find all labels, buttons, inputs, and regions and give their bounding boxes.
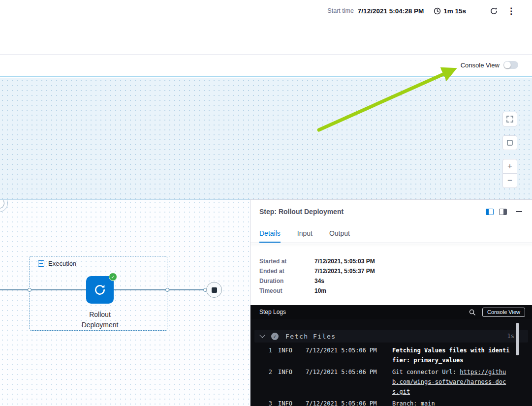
edge-port bbox=[28, 288, 31, 292]
log-level: INFO bbox=[278, 367, 300, 397]
step-logs-title: Step Logs bbox=[259, 309, 462, 315]
fit-to-screen-button[interactable] bbox=[502, 135, 517, 150]
kebab-icon: ⋮ bbox=[507, 7, 515, 15]
pipeline-canvas-upper[interactable]: + − bbox=[0, 78, 532, 199]
elapsed-value: 1m 15s bbox=[443, 7, 466, 15]
detail-row: Timeout 10m bbox=[259, 286, 532, 296]
tab-output[interactable]: Output bbox=[329, 224, 350, 243]
toggle-knob bbox=[504, 62, 511, 68]
log-message-prefix: Git connector Url: bbox=[392, 369, 460, 375]
log-level: INFO bbox=[278, 399, 300, 406]
console-view-group: Console View bbox=[461, 61, 518, 69]
start-time-value: 7/12/2021 5:04:28 PM bbox=[358, 7, 424, 15]
detail-label: Timeout bbox=[259, 286, 314, 296]
detail-row: Started at 7/12/2021, 5:05:03 PM bbox=[259, 256, 532, 266]
console-view-toggle[interactable] bbox=[503, 61, 518, 69]
detail-label: Ended at bbox=[259, 266, 314, 276]
log-line: 2 INFO 7/12/2021 5:05:06 PM Git connecto… bbox=[250, 367, 532, 397]
logs-scrollbar-thumb[interactable] bbox=[516, 323, 519, 355]
collapse-group-icon[interactable] bbox=[38, 260, 44, 267]
detail-row: Duration 34s bbox=[259, 276, 532, 286]
fullscreen-button[interactable] bbox=[502, 112, 517, 126]
start-time-label: Start time bbox=[327, 7, 354, 14]
detail-value: 7/12/2021, 5:05:37 PM bbox=[314, 266, 375, 276]
execution-meta: Start time 7/12/2021 5:04:28 PM 1m 15s ⋮ bbox=[327, 4, 515, 17]
view-toolbar: Console View bbox=[0, 54, 532, 77]
success-badge: ✓ bbox=[109, 273, 117, 281]
refresh-button[interactable] bbox=[490, 7, 498, 15]
check-icon: ✓ bbox=[111, 275, 115, 280]
log-level: INFO bbox=[278, 345, 300, 365]
more-options-button[interactable]: ⋮ bbox=[507, 7, 515, 15]
pipeline-canvas-stage[interactable]: Execution ✓ Rollout Deployment bbox=[0, 199, 250, 406]
logs-console-view-button[interactable]: Console View bbox=[482, 308, 525, 317]
elapsed-duration: 1m 15s bbox=[434, 7, 466, 15]
rollout-icon bbox=[94, 283, 106, 296]
zoom-out-button[interactable]: − bbox=[502, 173, 517, 188]
tab-input[interactable]: Input bbox=[297, 224, 313, 243]
log-timestamp: 7/12/2021 5:05:06 PM bbox=[306, 367, 386, 397]
step-logs-header: Step Logs Console View bbox=[250, 305, 532, 319]
bottom-split: Execution ✓ Rollout Deployment bbox=[0, 199, 532, 406]
detail-row: Ended at 7/12/2021, 5:05:37 PM bbox=[259, 266, 532, 276]
execution-group-label: Execution bbox=[48, 260, 76, 267]
console-view-label: Console View bbox=[461, 62, 500, 69]
panel-layout-controls bbox=[486, 209, 507, 215]
clock-icon bbox=[434, 7, 441, 15]
detail-value: 10m bbox=[314, 286, 326, 296]
log-line-number: 1 bbox=[258, 345, 272, 365]
log-section-title: Fetch Files bbox=[285, 333, 336, 340]
plus-icon: + bbox=[507, 161, 512, 171]
log-message: Git connector Url: https://github.com/wi… bbox=[392, 367, 510, 397]
log-timestamp: 7/12/2021 5:05:06 PM bbox=[306, 399, 386, 406]
step-details-list: Started at 7/12/2021, 5:05:03 PM Ended a… bbox=[250, 243, 532, 305]
refresh-icon bbox=[490, 7, 498, 15]
log-message: Branch: main bbox=[392, 399, 510, 406]
tab-details[interactable]: Details bbox=[259, 224, 281, 243]
log-line-number: 3 bbox=[258, 399, 272, 406]
panel-title: Step: Rollout Deployment bbox=[259, 208, 486, 216]
detail-label: Started at bbox=[259, 256, 314, 266]
pipeline-end-node[interactable] bbox=[206, 282, 222, 298]
step-logs-section: Step Logs Console View ✓ Fetch Files 1s bbox=[250, 305, 532, 406]
section-success-icon: ✓ bbox=[271, 333, 279, 340]
search-icon[interactable] bbox=[469, 309, 475, 315]
log-timestamp: 7/12/2021 5:05:06 PM bbox=[306, 345, 386, 365]
stop-icon bbox=[212, 287, 217, 293]
detail-value: 34s bbox=[314, 276, 324, 286]
pipeline-execution-screen: Start time 7/12/2021 5:04:28 PM 1m 15s ⋮ bbox=[0, 0, 532, 406]
panel-header: Step: Rollout Deployment bbox=[250, 200, 532, 224]
log-line: 1 INFO 7/12/2021 5:05:06 PM Fetching Val… bbox=[250, 345, 532, 365]
minus-icon: − bbox=[507, 176, 512, 186]
chevron-down-icon bbox=[259, 332, 265, 338]
step-logs-body[interactable]: ✓ Fetch Files 1s 1 INFO 7/12/2021 5:05:0… bbox=[250, 319, 532, 406]
log-section-duration: 1s bbox=[507, 333, 514, 340]
rollout-deployment-node[interactable]: ✓ bbox=[86, 276, 114, 304]
panel-tabs: Details Input Output bbox=[250, 224, 532, 243]
log-line: 3 INFO 7/12/2021 5:05:06 PM Branch: main bbox=[250, 399, 532, 406]
check-icon: ✓ bbox=[273, 334, 276, 339]
execution-group-header: Execution bbox=[38, 260, 76, 267]
fullscreen-icon bbox=[506, 116, 513, 123]
minimize-panel-icon[interactable] bbox=[516, 211, 522, 212]
fit-to-screen-icon bbox=[506, 139, 513, 146]
log-line-number: 2 bbox=[258, 367, 272, 397]
edge-port bbox=[165, 288, 169, 292]
detail-value: 7/12/2021, 5:05:03 PM bbox=[314, 256, 375, 266]
detail-label: Duration bbox=[259, 276, 314, 286]
log-message: Fetching Values files with identifier: p… bbox=[392, 345, 510, 365]
dock-left-icon[interactable] bbox=[486, 209, 494, 215]
dock-right-icon[interactable] bbox=[499, 209, 507, 215]
node-label: Rollout Deployment bbox=[73, 310, 127, 330]
step-details-panel: Step: Rollout Deployment Details Input O… bbox=[250, 199, 532, 406]
top-header: Start time 7/12/2021 5:04:28 PM 1m 15s ⋮ bbox=[0, 0, 532, 54]
log-section-header[interactable]: ✓ Fetch Files 1s bbox=[254, 330, 528, 343]
zoom-in-button[interactable]: + bbox=[502, 159, 517, 174]
